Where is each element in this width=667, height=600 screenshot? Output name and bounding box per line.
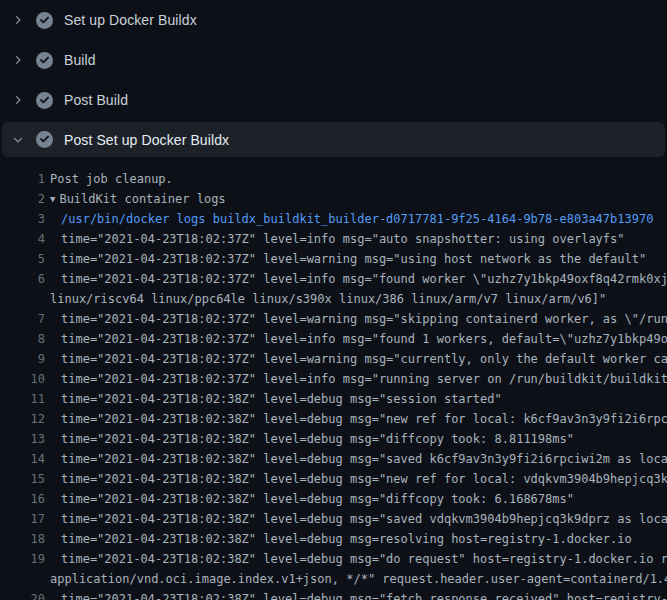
log-text: time="2021-04-23T18:02:38Z" level=debug … [61,589,667,600]
log-line: 13time="2021-04-23T18:02:38Z" level=debu… [0,429,667,449]
log-text: time="2021-04-23T18:02:37Z" level=info m… [61,369,667,389]
chevron-down-icon [12,133,24,147]
step-row-build[interactable]: Build [0,40,667,80]
log-line: 9time="2021-04-23T18:02:37Z" level=warni… [0,349,667,369]
log-line: 12time="2021-04-23T18:02:38Z" level=debu… [0,409,667,429]
chevron-right-icon [12,13,24,27]
log-line: linux/riscv64 linux/ppc64le linux/s390x … [0,289,667,309]
log-line: 5time="2021-04-23T18:02:37Z" level=warni… [0,249,667,269]
line-number[interactable]: 5 [0,249,45,269]
step-row-set-up-docker-buildx[interactable]: Set up Docker Buildx [0,0,667,40]
group-collapse-icon[interactable]: ▼ [50,189,55,209]
log-line: 2▼BuildKit container logs [0,189,667,209]
line-number[interactable]: 2 [0,189,45,209]
log-lines: 1Post job cleanup.2▼BuildKit container l… [0,157,667,600]
steps-list: Set up Docker Buildx Build Post Build Po… [0,0,667,157]
command-log-text: /usr/bin/docker logs buildx_buildkit_bui… [61,209,653,229]
chevron-right-icon [12,93,24,107]
line-number[interactable]: 18 [0,529,45,549]
line-number[interactable]: 13 [0,429,45,449]
log-line: 14time="2021-04-23T18:02:38Z" level=debu… [0,449,667,469]
log-text: time="2021-04-23T18:02:37Z" level=warnin… [61,309,667,329]
log-line: 10time="2021-04-23T18:02:37Z" level=info… [0,369,667,389]
log-text: time="2021-04-23T18:02:37Z" level=info m… [61,269,667,289]
log-text: application/vnd.oci.image.index.v1+json,… [50,569,667,589]
check-circle-icon [36,92,53,109]
step-row-post-build[interactable]: Post Build [0,80,667,120]
line-number [0,569,45,589]
log-text: time="2021-04-23T18:02:38Z" level=debug … [61,429,574,449]
log-line: 7time="2021-04-23T18:02:37Z" level=warni… [0,309,667,329]
chevron-right-icon [12,53,24,67]
check-circle-icon [36,52,53,69]
log-line: 3/usr/bin/docker logs buildx_buildkit_bu… [0,209,667,229]
check-circle-icon [36,131,53,148]
log-line: 8time="2021-04-23T18:02:37Z" level=info … [0,329,667,349]
log-line: 1Post job cleanup. [0,169,667,189]
log-line: 11time="2021-04-23T18:02:38Z" level=debu… [0,389,667,409]
log-line: 16time="2021-04-23T18:02:38Z" level=debu… [0,489,667,509]
log-text: time="2021-04-23T18:02:38Z" level=debug … [61,409,667,429]
line-number[interactable]: 9 [0,349,45,369]
log-text: time="2021-04-23T18:02:37Z" level=info m… [61,229,625,249]
line-number [0,289,45,309]
log-line: 4time="2021-04-23T18:02:37Z" level=info … [0,229,667,249]
line-number[interactable]: 11 [0,389,45,409]
log-line: 18time="2021-04-23T18:02:38Z" level=debu… [0,529,667,549]
line-number[interactable]: 7 [0,309,45,329]
log-line: application/vnd.oci.image.index.v1+json,… [0,569,667,589]
log-text: time="2021-04-23T18:02:38Z" level=debug … [61,389,502,409]
log-text: time="2021-04-23T18:02:37Z" level=warnin… [61,349,667,369]
step-title: Post Set up Docker Buildx [64,132,229,148]
step-row-post-set-up-docker-buildx[interactable]: Post Set up Docker Buildx [2,122,665,157]
line-number[interactable]: 16 [0,489,45,509]
line-number[interactable]: 14 [0,449,45,469]
log-line: 20time="2021-04-23T18:02:38Z" level=debu… [0,589,667,600]
log-line: 19time="2021-04-23T18:02:38Z" level=debu… [0,549,667,569]
log-line: 6time="2021-04-23T18:02:37Z" level=info … [0,269,667,289]
line-number[interactable]: 6 [0,269,45,289]
log-text: time="2021-04-23T18:02:38Z" level=debug … [61,509,667,529]
log-text: time="2021-04-23T18:02:38Z" level=debug … [61,549,667,569]
log-text: time="2021-04-23T18:02:37Z" level=warnin… [61,249,646,269]
line-number[interactable]: 19 [0,549,45,569]
line-number[interactable]: 8 [0,329,45,349]
log-text: time="2021-04-23T18:02:37Z" level=info m… [61,329,667,349]
line-number[interactable]: 10 [0,369,45,389]
log-text: ▼BuildKit container logs [50,189,226,209]
log-text: time="2021-04-23T18:02:38Z" level=debug … [61,529,632,549]
log-text: linux/riscv64 linux/ppc64le linux/s390x … [50,289,606,309]
line-number[interactable]: 3 [0,209,45,229]
line-number[interactable]: 12 [0,409,45,429]
log-text: time="2021-04-23T18:02:38Z" level=debug … [61,489,574,509]
log-line: 15time="2021-04-23T18:02:38Z" level=debu… [0,469,667,489]
step-title: Post Build [64,92,128,108]
check-circle-icon [36,12,53,29]
step-title: Build [64,52,96,68]
line-number[interactable]: 1 [0,169,45,189]
log-text: Post job cleanup. [50,169,173,189]
log-text: time="2021-04-23T18:02:38Z" level=debug … [61,449,667,469]
line-number[interactable]: 20 [0,589,45,600]
log-text: time="2021-04-23T18:02:38Z" level=debug … [61,469,667,489]
line-number[interactable]: 17 [0,509,45,529]
step-title: Set up Docker Buildx [64,12,197,28]
line-number[interactable]: 15 [0,469,45,489]
log-line: 17time="2021-04-23T18:02:38Z" level=debu… [0,509,667,529]
line-number[interactable]: 4 [0,229,45,249]
